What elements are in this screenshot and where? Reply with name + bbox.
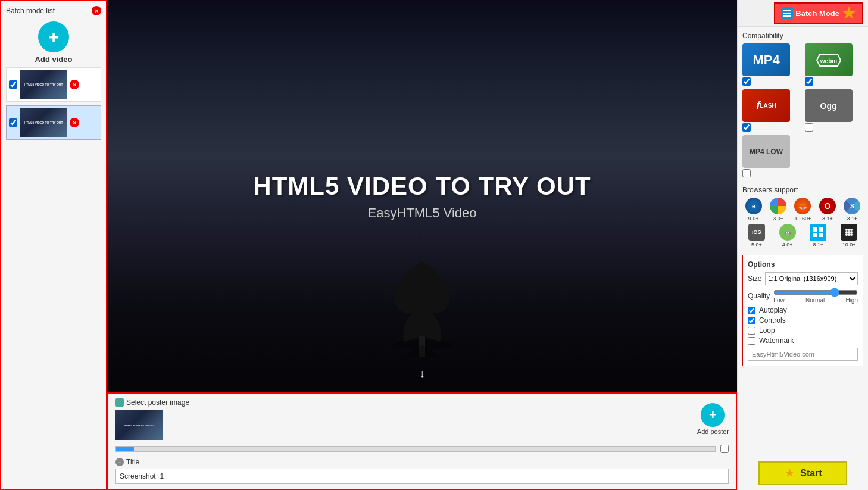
remove-item-2-button[interactable]: ✕ (70, 118, 79, 127)
poster-flex: Select poster image HTML5 VIDEO TO TRY O… (115, 398, 729, 453)
list-item[interactable]: HTML5 VIDEO TO TRY OUT ✕ (6, 105, 101, 140)
browsers-support-label: Browsers support (742, 186, 863, 194)
webm-checkbox[interactable] (805, 77, 813, 86)
svg-point-12 (848, 229, 850, 231)
blackberry-icon (841, 224, 857, 241)
quality-slider[interactable] (773, 288, 858, 297)
poster-icon (115, 398, 124, 407)
video-main-title: HTML5 VIDEO TO TRY OUT (253, 172, 591, 201)
watermark-input[interactable] (748, 348, 858, 361)
format-mp4: MP4 (742, 43, 801, 86)
mp4-checkbox[interactable] (742, 77, 751, 86)
svg-rect-7 (813, 227, 817, 232)
quality-high-label: High (845, 297, 858, 304)
options-title: Options (748, 260, 858, 269)
poster-section: Select poster image HTML5 VIDEO TO TRY O… (115, 398, 729, 453)
browser-firefox: 🦊 10.60+ (792, 198, 814, 221)
ogg-format-icon: Ogg (805, 89, 853, 122)
select-poster-button[interactable]: Select poster image (115, 398, 189, 407)
batch-mode-label: Batch Mode (795, 9, 839, 18)
add-poster-button[interactable]: + Add poster (697, 403, 729, 435)
center-area: HTML5 VIDEO TO TRY OUT EasyHTML5 Video ↓… (107, 0, 737, 490)
svg-rect-9 (813, 233, 817, 237)
webm-format-icon: webm (805, 43, 853, 76)
flash-checkbox[interactable] (742, 123, 751, 132)
svg-rect-4 (783, 15, 791, 17)
mobile-blackberry: 10.0+ (835, 224, 863, 248)
controls-option: Controls (748, 316, 858, 324)
loop-option: Loop (748, 326, 858, 335)
chrome-version: 3.0+ (773, 216, 783, 221)
autoplay-checkbox[interactable] (748, 307, 755, 314)
mp4-format-icon: MP4 (742, 43, 790, 76)
add-video-label: Add video (35, 55, 73, 64)
mobile-ios: iOS 5.0+ (742, 224, 771, 248)
batch-mode-icon (781, 7, 793, 19)
remove-item-1-button[interactable]: ✕ (70, 80, 79, 89)
size-select[interactable]: 1:1 Original (1316x909) (765, 272, 858, 285)
watermark-option: Watermark (748, 336, 858, 345)
svg-rect-10 (819, 233, 823, 237)
start-label: Start (800, 468, 822, 479)
svg-point-11 (845, 229, 848, 231)
controls-checkbox[interactable] (748, 317, 755, 324)
title-icon: ··· (115, 458, 124, 466)
loop-checkbox[interactable] (748, 327, 755, 335)
format-webm: webm (805, 43, 864, 86)
options-section: Options Size 1:1 Original (1316x909) Qua… (742, 255, 863, 366)
quality-option-row: Quality Low Normal High (748, 288, 858, 304)
ogg-checkbox[interactable] (805, 123, 813, 132)
title-label-row: ··· Title (115, 458, 729, 466)
list-item[interactable]: HTML5 VIDEO TO TRY OUT ✕ (6, 67, 101, 102)
quality-low-label: Low (773, 297, 784, 304)
size-label: Size (748, 274, 761, 283)
title-label: Title (126, 458, 139, 466)
watermark-checkbox[interactable] (748, 337, 755, 345)
android-icon: 🤖 (779, 224, 796, 241)
controls-label: Controls (759, 316, 786, 324)
add-video-circle-icon: + (38, 21, 69, 52)
right-panel: Batch Mode Compatibility MP4 web (737, 0, 868, 490)
top-bar: Batch Mode (738, 0, 868, 27)
opera-icon: O (819, 198, 836, 214)
size-option-row: Size 1:1 Original (1316x909) (748, 272, 858, 285)
browser-chrome: 3.0+ (767, 198, 789, 221)
browser-grid: e 9.0+ 3.0+ 🦊 10.60+ O 3.1+ S 3.1+ (742, 198, 863, 221)
firefox-icon: 🦊 (794, 198, 811, 214)
svg-rect-3 (783, 13, 791, 14)
svg-point-19 (850, 233, 853, 236)
windows-version: 8.1+ (813, 242, 823, 248)
chrome-icon (770, 198, 786, 214)
browsers-support-section: Browsers support e 9.0+ 3.0+ 🦊 10.60+ O … (738, 186, 868, 252)
svg-point-14 (845, 231, 848, 233)
ie-version: 9.0+ (748, 216, 759, 221)
batch-mode-button[interactable]: Batch Mode (774, 2, 863, 24)
add-video-button[interactable]: + Add video (35, 21, 73, 64)
mobile-grid: iOS 5.0+ 🤖 4.0+ 8.1+ (742, 224, 863, 248)
safari-version: 3.1+ (847, 216, 857, 221)
opera-version: 3.1+ (822, 216, 833, 221)
video-preview: HTML5 VIDEO TO TRY OUT EasyHTML5 Video ↓ (107, 0, 737, 392)
mp4low-checkbox-row (742, 169, 751, 177)
format-ogg: Ogg (805, 89, 864, 132)
close-panel-button[interactable]: ✕ (92, 6, 101, 15)
title-input[interactable] (115, 469, 729, 484)
windows-icon (810, 224, 826, 241)
item-checkbox-2[interactable] (9, 118, 17, 127)
progress-checkbox[interactable] (720, 445, 729, 453)
mp4-checkbox-row (742, 77, 751, 86)
format-mp4low: MP4 LOW (742, 135, 801, 177)
item-checkbox-1[interactable] (9, 80, 17, 89)
mobile-android: 🤖 4.0+ (773, 224, 802, 248)
compatibility-label: Compatibility (742, 32, 863, 40)
webm-logo: webm (814, 51, 844, 69)
blackberry-version: 10.0+ (842, 242, 856, 248)
video-thumb-2: HTML5 VIDEO TO TRY OUT (20, 108, 67, 137)
progress-row (115, 445, 729, 453)
ogg-checkbox-row (805, 123, 813, 132)
poster-top-row: Select poster image HTML5 VIDEO TO TRY O… (115, 398, 729, 440)
start-button[interactable]: ★ Start (758, 461, 847, 485)
flash-format-icon: f LASH (742, 89, 790, 122)
mp4low-checkbox[interactable] (742, 169, 751, 177)
ios-version: 5.0+ (751, 242, 762, 248)
